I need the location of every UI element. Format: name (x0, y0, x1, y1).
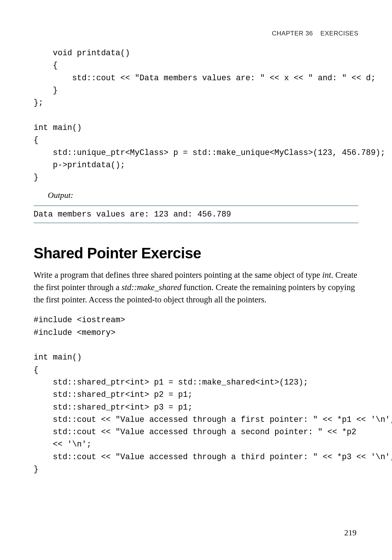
page: CHAPTER 36EXERCISES void printdata() { s… (0, 0, 392, 560)
output-box: Data members values are: 123 and: 456.78… (34, 205, 358, 223)
para-em-int: int (322, 270, 331, 280)
para-text-a: Write a program that defines three share… (34, 270, 322, 280)
code-listing-1: void printdata() { std::cout << "Data me… (34, 47, 358, 184)
chapter-title: EXERCISES (320, 30, 358, 37)
running-header: CHAPTER 36EXERCISES (34, 30, 358, 37)
output-label: Output: (48, 190, 358, 200)
chapter-label: CHAPTER 36 (272, 30, 313, 37)
section-heading: Shared Pointer Exercise (34, 245, 358, 262)
para-em-makeshared: std::make_shared (122, 283, 181, 292)
page-number: 219 (344, 528, 357, 538)
section-paragraph: Write a program that defines three share… (34, 269, 358, 306)
code-listing-2: #include <iostream> #include <memory> in… (34, 314, 358, 476)
